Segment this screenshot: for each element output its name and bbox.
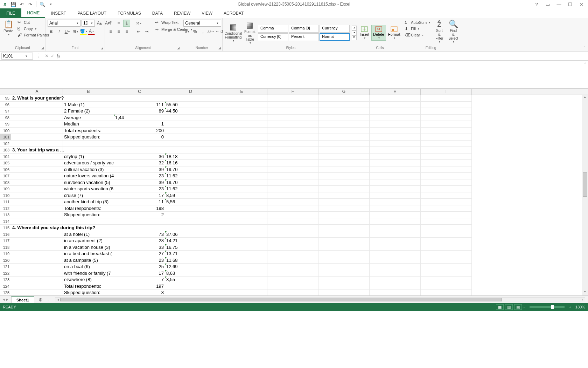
cell[interactable]: nature lovers vacation (4 xyxy=(63,173,114,179)
tab-data[interactable]: DATA xyxy=(147,8,168,18)
cell[interactable] xyxy=(165,147,216,154)
cell[interactable] xyxy=(216,205,267,212)
redo-icon[interactable]: ↷ xyxy=(27,1,34,8)
cell[interactable]: 2. What is your gender? xyxy=(11,95,63,102)
cell[interactable] xyxy=(11,212,63,218)
tab-file[interactable]: FILE xyxy=(0,8,21,18)
cell[interactable] xyxy=(318,199,370,205)
cell[interactable]: 3,55 xyxy=(165,277,216,283)
cell[interactable] xyxy=(216,115,267,121)
cell[interactable]: 8,59 xyxy=(165,192,216,199)
style-currency0[interactable]: Currency [0] xyxy=(258,33,288,41)
cell[interactable] xyxy=(318,205,370,212)
cell[interactable] xyxy=(216,166,267,173)
cell[interactable]: Average xyxy=(63,115,114,121)
zoom-slider-knob[interactable] xyxy=(551,305,554,309)
cell[interactable] xyxy=(370,179,421,186)
row-header[interactable]: 105 xyxy=(0,160,11,166)
cell[interactable]: 1,44 xyxy=(114,115,165,121)
cell[interactable] xyxy=(318,231,370,238)
cell[interactable] xyxy=(216,238,267,244)
cell[interactable]: winter sports vacation (6 xyxy=(63,186,114,192)
cell[interactable] xyxy=(370,134,421,141)
cell[interactable]: 32 xyxy=(114,160,165,166)
cell[interactable] xyxy=(318,179,370,186)
normal-view-icon[interactable]: ▦ xyxy=(496,304,504,310)
cell[interactable]: 12,69 xyxy=(165,264,216,270)
row-header[interactable]: 117 xyxy=(0,238,11,244)
cell[interactable] xyxy=(421,225,472,231)
cell[interactable] xyxy=(318,141,370,147)
cell[interactable] xyxy=(318,244,370,251)
cell[interactable] xyxy=(165,218,216,225)
name-box[interactable]: ▾ xyxy=(1,53,33,60)
cell[interactable]: at a campsite (5) xyxy=(63,257,114,264)
cell[interactable] xyxy=(267,277,318,283)
row-header[interactable]: 123 xyxy=(0,277,11,283)
cell[interactable]: 55,50 xyxy=(165,102,216,108)
cell[interactable] xyxy=(421,251,472,257)
cell[interactable] xyxy=(318,147,370,154)
cell[interactable] xyxy=(11,244,63,251)
cell[interactable] xyxy=(267,173,318,179)
cell[interactable] xyxy=(11,102,63,108)
cell[interactable]: 2 Female (2) xyxy=(63,108,114,115)
cell[interactable] xyxy=(370,231,421,238)
cell[interactable] xyxy=(421,134,472,141)
cell[interactable] xyxy=(216,251,267,257)
cell[interactable] xyxy=(11,270,63,277)
cell[interactable] xyxy=(11,251,63,257)
cell[interactable] xyxy=(267,244,318,251)
row-header[interactable]: 108 xyxy=(0,179,11,186)
cell[interactable] xyxy=(165,225,216,231)
cell[interactable] xyxy=(370,199,421,205)
sheet-nav-prev-icon[interactable]: ◂ xyxy=(3,297,5,302)
page-layout-view-icon[interactable]: ▥ xyxy=(505,304,513,310)
format-cells-button[interactable]: Format▾ xyxy=(387,25,402,40)
cell[interactable] xyxy=(11,231,63,238)
border-icon[interactable]: ⊞▾ xyxy=(72,28,79,35)
cell[interactable] xyxy=(370,147,421,154)
cell[interactable] xyxy=(267,212,318,218)
cell[interactable] xyxy=(318,277,370,283)
cell[interactable]: 37,06 xyxy=(165,231,216,238)
cell[interactable] xyxy=(11,238,63,244)
cell[interactable] xyxy=(267,264,318,270)
cell[interactable] xyxy=(165,115,216,121)
cell[interactable] xyxy=(421,283,472,290)
cell[interactable] xyxy=(216,160,267,166)
cell[interactable] xyxy=(421,179,472,186)
cell[interactable]: Skipped question: xyxy=(63,134,114,141)
cell[interactable] xyxy=(318,251,370,257)
cell[interactable]: Skipped question: xyxy=(63,212,114,218)
cell[interactable] xyxy=(421,121,472,128)
cell[interactable] xyxy=(370,154,421,160)
cell[interactable] xyxy=(421,192,472,199)
cell[interactable] xyxy=(318,257,370,264)
cell[interactable] xyxy=(318,115,370,121)
cell[interactable] xyxy=(11,121,63,128)
accept-formula-icon[interactable]: ✓ xyxy=(51,53,55,59)
scroll-right-icon[interactable]: ▸ xyxy=(580,298,585,301)
cell[interactable]: on a boat (6) xyxy=(63,264,114,270)
cell[interactable] xyxy=(216,102,267,108)
row-header[interactable]: 122 xyxy=(0,270,11,277)
close-icon[interactable]: ✕ xyxy=(578,1,584,7)
clipboard-launcher-icon[interactable]: ◢ xyxy=(40,46,44,50)
hscroll-track[interactable] xyxy=(60,298,580,302)
align-right-icon[interactable]: ≡ xyxy=(123,28,130,35)
cell[interactable] xyxy=(370,238,421,244)
cell[interactable]: Total respondents: xyxy=(63,128,114,134)
underline-icon[interactable]: U▾ xyxy=(64,28,71,35)
cell[interactable] xyxy=(216,277,267,283)
row-header[interactable]: 103 xyxy=(0,147,11,154)
cell[interactable] xyxy=(370,173,421,179)
cell[interactable] xyxy=(318,128,370,134)
cell[interactable] xyxy=(11,160,63,166)
cell[interactable]: 11,62 xyxy=(165,186,216,192)
cell[interactable] xyxy=(370,244,421,251)
cell[interactable] xyxy=(421,128,472,134)
cell[interactable] xyxy=(370,257,421,264)
cell[interactable] xyxy=(421,218,472,225)
cell[interactable] xyxy=(421,141,472,147)
